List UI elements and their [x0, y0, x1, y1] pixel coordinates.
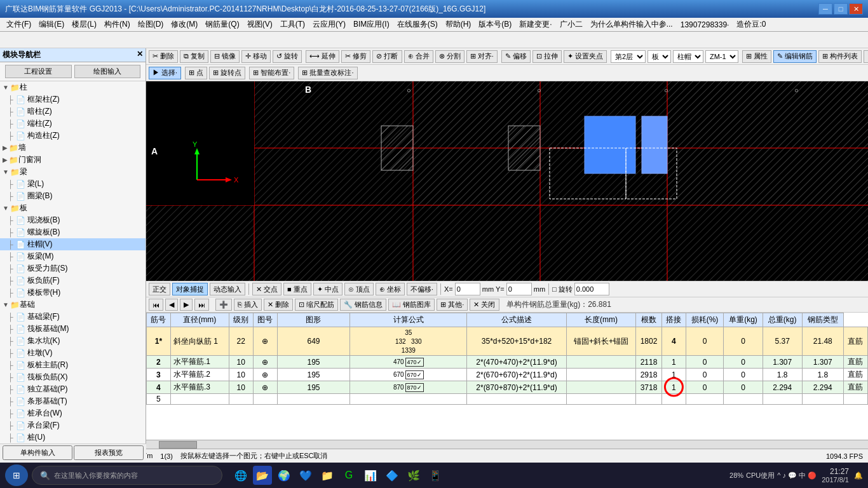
cell-14[interactable]: 直筋 — [843, 369, 867, 381]
sidebar-item-slab-main-rebar[interactable]: ├📄板桩主筋(R) — [0, 359, 146, 371]
notification-btn[interactable]: 🔔 — [854, 471, 863, 480]
sidebar-item-beam-l[interactable]: ├📄梁(L) — [0, 178, 146, 190]
sidebar-item-wall-column[interactable]: ├📄暗柱(Z) — [0, 105, 146, 118]
cell-6[interactable]: 2*(870+870)+2*(11.9*d) — [467, 381, 567, 394]
sidebar-item-spiral-slab[interactable]: ├📄螺旋板(B) — [0, 226, 146, 238]
vertex-snap[interactable]: ⊙ 顶点 — [344, 283, 374, 295]
cell-4[interactable]: 195 — [277, 356, 350, 369]
stretch-btn[interactable]: ⊡ 拉伸 — [532, 50, 562, 63]
cell-5[interactable] — [350, 394, 467, 405]
cell-11[interactable]: 0 — [724, 381, 763, 394]
table-row[interactable]: 2水平箍筋.110⊕195470 470✓2*(470+470)+2*(11.9… — [147, 356, 868, 369]
cell-2[interactable] — [229, 394, 253, 405]
sidebar-item-independent-base[interactable]: ├📄独立基础(P) — [0, 383, 146, 395]
trim-btn[interactable]: ✂ 修剪 — [341, 50, 370, 63]
taskbar-icon-9[interactable]: 🌿 — [404, 466, 423, 485]
cell-6[interactable]: 2*(670+670)+2*(11.9*d) — [467, 369, 567, 381]
cell-14[interactable]: 直筋 — [843, 356, 867, 369]
sidebar-item-foundation-group[interactable]: ▼📁 基础 — [0, 299, 146, 311]
taskbar-search[interactable]: 🔍 在这里输入你要搜索的内容 — [32, 466, 222, 485]
sidebar-item-frame-column[interactable]: ├📄框架柱(Z) — [0, 93, 146, 105]
sidebar-item-wall-group[interactable]: ▶📁 墙 — [0, 142, 146, 154]
cell-8[interactable]: 1802 — [635, 327, 661, 356]
rotate-point-btn[interactable]: ⊞ 旋转点 — [209, 67, 245, 79]
cell-8[interactable]: 2918 — [635, 369, 661, 381]
cell-14[interactable]: 直筋 — [843, 381, 867, 394]
cell-8[interactable] — [635, 394, 661, 405]
cell-5[interactable]: 470 470✓ — [350, 356, 467, 369]
sidebar-item-slab-group[interactable]: ▼📁 板 — [0, 202, 146, 214]
insert-row-btn[interactable]: ⎘ 插入 — [234, 299, 262, 311]
taskbar-icon-6[interactable]: G — [339, 466, 358, 485]
cell-10[interactable]: 0 — [686, 381, 723, 394]
cell-12[interactable]: 5.37 — [763, 327, 802, 356]
minimize-button[interactable]: ─ — [818, 3, 832, 15]
mirror-btn[interactable]: ⊟ 镜像 — [210, 50, 240, 63]
add-row-btn[interactable]: ➕ — [215, 299, 232, 311]
cell-13[interactable]: 1.307 — [802, 356, 843, 369]
menu-item[interactable]: 视图(V) — [243, 18, 276, 30]
sidebar-item-column-group[interactable]: ▼📁 柱 — [0, 81, 146, 93]
property-btn[interactable]: ⊞ 属性 — [742, 50, 771, 63]
cell-1[interactable]: 水平箍筋.2 — [170, 369, 229, 381]
cell-4[interactable]: 649 — [277, 327, 350, 356]
cell-10[interactable] — [686, 394, 723, 405]
cell-8[interactable]: 3718 — [635, 381, 661, 394]
x-input[interactable] — [455, 283, 480, 295]
point-draw-btn[interactable]: ⊞ 点 — [185, 67, 207, 79]
cell-11[interactable]: 0 — [724, 327, 763, 356]
menu-item[interactable]: 文件(F) — [3, 18, 35, 30]
cell-2[interactable]: 10 — [229, 356, 253, 369]
rebar-lib-btn[interactable]: 📖 钢筋图库 — [388, 299, 435, 311]
cell-0[interactable]: 3 — [147, 369, 171, 381]
cell-0[interactable]: 1* — [147, 327, 171, 356]
sidebar-item-column-base[interactable]: ├📄柱墩(V) — [0, 347, 146, 359]
menu-item[interactable]: 楼层(L) — [68, 18, 100, 30]
level-select[interactable]: 第2层 — [611, 50, 646, 63]
endpoint-snap[interactable]: ■ 重点 — [283, 283, 311, 295]
cell-14[interactable]: 直筋 — [843, 327, 867, 356]
cell-9[interactable]: 1 — [661, 381, 686, 394]
cell-1[interactable] — [170, 394, 229, 405]
data-table-area[interactable]: 筋号 直径(mm) 级别 图号 图形 计算公式 公式描述 长度(mm) 根数 搭… — [146, 313, 868, 440]
menu-item[interactable]: 帮助(H) — [442, 18, 475, 30]
table-row[interactable]: 3水平箍筋.210⊕195670 670✓2*(670+670)+2*(11.9… — [147, 369, 868, 381]
cell-13[interactable] — [802, 394, 843, 405]
menu-item[interactable]: 修改(M) — [167, 18, 201, 30]
sidebar-top-btn[interactable]: 工程设置 — [5, 65, 72, 78]
sidebar-item-slab-neg[interactable]: ├📄板负筋(F) — [0, 274, 146, 287]
midpoint-snap[interactable]: ✦ 中点 — [313, 283, 342, 295]
cell-9[interactable]: 1 — [661, 356, 686, 369]
horizontal-scrollbar[interactable] — [146, 440, 868, 449]
menu-item[interactable]: 为什么单构件输入中参... — [587, 18, 677, 30]
menu-item[interactable]: 版本号(B) — [475, 18, 515, 30]
sidebar-top-btn[interactable]: 绘图输入 — [74, 65, 141, 78]
del-row-btn[interactable]: ✕ 删除 — [264, 299, 293, 311]
sidebar-item-end-column[interactable]: ├📄端柱(Z) — [0, 118, 146, 130]
first-btn[interactable]: ⏮ — [149, 299, 163, 311]
menu-item[interactable]: 编辑(E) — [35, 18, 68, 30]
pick-component-btn[interactable]: 🔧 拾取构件 — [864, 50, 868, 63]
sidebar-item-window-group[interactable]: ▶📁 门窗洞 — [0, 154, 146, 166]
sidebar-item-strip-base[interactable]: ├📄条形基础(T) — [0, 395, 146, 407]
cell-3[interactable]: ⊕ — [253, 356, 277, 369]
ortho-btn[interactable]: 正交 — [149, 283, 170, 295]
sidebar-item-circle-beam[interactable]: ├📄圈梁(B) — [0, 190, 146, 202]
copy-btn[interactable]: ⧉ 复制 — [180, 50, 208, 63]
sidebar-item-strip[interactable]: ├📄楼板带(H) — [0, 287, 146, 299]
cell-4[interactable]: 195 — [277, 369, 350, 381]
menu-item[interactable]: BIM应用(I) — [349, 18, 393, 30]
sidebar-item-cast-slab[interactable]: ├📄现浇板(B) — [0, 214, 146, 226]
rotate-btn[interactable]: ↺ 旋转 — [273, 50, 302, 63]
cell-5[interactable]: 35132 3301339 — [350, 327, 467, 356]
sidebar-item-raft[interactable]: ├📄筏板基础(M) — [0, 323, 146, 335]
sidebar-item-ground-beam[interactable]: ├📄承台梁(F) — [0, 419, 146, 431]
menu-item[interactable]: 在线服务(S) — [393, 18, 442, 30]
menu-item[interactable]: 13907298339· — [677, 20, 733, 30]
prev-btn[interactable]: ◀ — [165, 299, 178, 311]
cell-8[interactable]: 2118 — [635, 356, 661, 369]
cell-4[interactable] — [277, 394, 350, 405]
rebar-info-btn[interactable]: 🔧 钢筋信息 — [340, 299, 386, 311]
scrollbar-thumb[interactable] — [159, 441, 197, 449]
cell-0[interactable]: 4 — [147, 381, 171, 394]
